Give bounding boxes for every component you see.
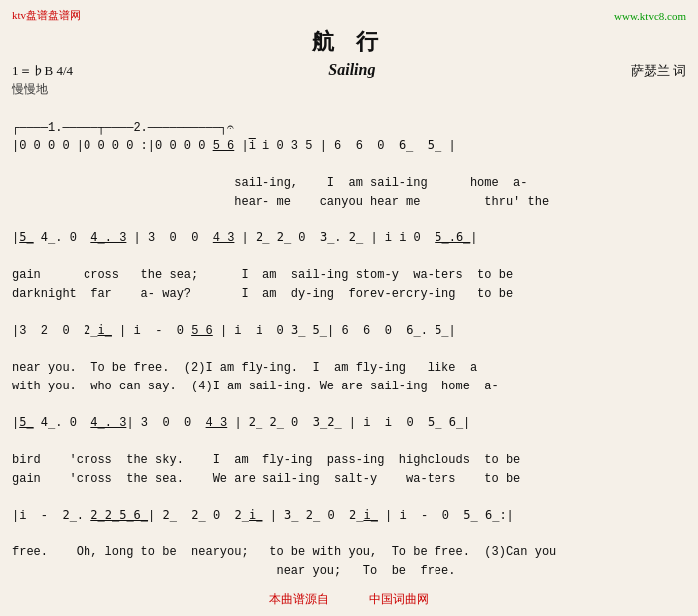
lyric-line-2b: darknight far a- way? I am dy-ing forev-… — [12, 285, 686, 304]
lyric-line-2a: gain cross the sea; I am sail-ing stom-y… — [12, 266, 686, 285]
lyric-line-4a: bird 'cross the sky. I am fly-ing pass-i… — [12, 451, 686, 470]
notation-line-4: |5̲ 4̲. 0 4̲. 3| 3 0 0 4 3 | 2̲ 2̲ 0 3̲2… — [12, 396, 686, 452]
lyric-line-4b: gain 'cross the sea. We are sail-ing sal… — [12, 470, 686, 489]
lyric-line-3b: with you. who can say. (4)I am sail-ing.… — [12, 378, 686, 396]
tempo: 慢慢地 — [12, 81, 686, 98]
score: ┌────1.─────┬────2.──────────┐𝄐 |0 0 0 0… — [12, 100, 686, 580]
author: 萨瑟兰 词 — [631, 62, 686, 79]
lyric-line-3a: near you. To be free. (2)I am fly-ing. I… — [12, 359, 686, 378]
notation-line-3: |3 2 0 2̲i̲ | i - 0 5 6 | i i 0 3̲ 5̲| 6… — [12, 304, 686, 360]
song-title: 航 行 — [12, 27, 686, 57]
footer-left: 本曲谱源自 — [269, 591, 329, 608]
key-signature: 1＝♭B 4/4 — [12, 62, 73, 79]
lyric-line-1b: hear- me canyou hear me thru' the — [12, 193, 686, 212]
notation-line-1: ┌────1.─────┬────2.──────────┐𝄐 |0 0 0 0… — [12, 100, 686, 174]
notation-line-5: |i - 2̲. 2̲2̲5̲6̲| 2̲ 2̲ 0 2̲i̲ | 3̲ 2̲ … — [12, 488, 686, 543]
lyric-line-5b: near you; To be free. — [12, 562, 686, 581]
site-left: ktv盘谱盘谱网 — [12, 8, 81, 23]
bottom-bar: 本曲谱源自 中国词曲网 — [0, 591, 698, 608]
site-right: www.ktvc8.com — [614, 10, 686, 22]
footer-right: 中国词曲网 — [369, 591, 429, 608]
notation-line-2: |5̲ 4̲. 0 4̲. 3 | 3 0 0 4 3 | 2̲ 2̲ 0 3̲… — [12, 212, 686, 267]
song-name-english: Sailing — [328, 61, 375, 78]
lyric-line-1a: sail-ing, I am sail-ing home a- — [12, 174, 686, 193]
lyric-line-5a: free. Oh, long to be nearyou; to be with… — [12, 543, 686, 562]
